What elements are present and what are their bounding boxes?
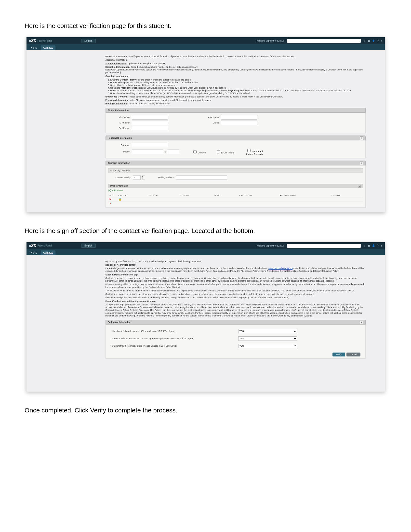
household-note: Note: Click Update All Linked Records to… [106,68,363,74]
cell-field[interactable] [132,126,168,130]
handbook-link[interactable]: www.carbondalearea.org [268,267,293,270]
media-p4: Student and parents are advised that stu… [106,293,366,296]
internet-title: Parent/Student Internet Use Agreement Co… [106,300,366,303]
primary-guardian-header: ▾Primary Guardian [108,168,363,173]
caption-3: Once completed. Click Verify to complete… [25,407,386,414]
collapse-icon[interactable]: ▴ [360,136,363,140]
user-icon[interactable]: 👤 [372,40,375,42]
logo: eSD [29,39,37,43]
portal-top-bar: eSD Parent Portal English Tuesday, Septe… [27,242,385,249]
contact-priority-field[interactable] [133,175,141,180]
cancel-button[interactable]: Cancel [346,353,360,356]
cell-label: Cell Phone: [108,127,130,129]
student-info-line: Student Information: Update student cell… [106,62,366,65]
last-name-field[interactable] [221,115,257,120]
menu-bar: Home Contacts [27,44,385,50]
media-p1: Students participate in classroom and sc… [106,277,366,283]
handbook-title: Handbook Acknowledgement [106,264,366,266]
student-info-underlined: Student Information [106,62,127,65]
date-label: Tuesday, September 1, 2020 | [256,40,286,42]
menu-bar: Home Contacts [27,249,385,255]
contact-priority-label: Contact Priority: [109,176,131,179]
grade-label: Grade: [198,122,220,124]
help-icon[interactable]: ? [377,40,379,42]
collapse-icon[interactable]: ▴ [360,321,363,324]
delete-icon[interactable]: ✕ [109,198,111,201]
search-input[interactable] [287,39,361,43]
date-label: Tuesday, September 1, 2020 | [256,245,286,247]
last-name-label: Last Name: [198,116,220,119]
household-phone-field[interactable] [132,150,163,154]
agree-handbook-select[interactable]: YES [238,329,297,333]
media-title: Student Media Permission Slip [106,273,366,276]
logo: eSD [29,244,37,248]
panel-household-body: Surname: Phone: x Unlisted Is Cell Phone… [106,140,366,158]
screenshot-contact-verification: eSD Parent Portal English Tuesday, Septe… [26,37,385,212]
guardian-info-underlined: Guardian Information [106,75,128,77]
panel-guardian-body: ▾Primary Guardian Contact Priority: ▲▼ M… [106,165,366,208]
portal-body-2: By choosing YES from the drop down box y… [27,255,385,392]
logout-icon[interactable]: ⎋ [381,40,382,42]
delete-icon[interactable]: ✕ [109,202,111,205]
screenshot-signoff: eSD Parent Portal English Tuesday, Septe… [26,242,385,392]
id-field[interactable] [132,121,168,125]
first-name-label: First Name: [108,116,130,119]
panel-guardian-header: Guardian Information ▴ [106,161,366,165]
surname-field[interactable] [132,143,168,147]
grade-field[interactable] [221,121,257,125]
mailing-label: Mailing Address: [152,176,174,179]
mailing-field[interactable] [176,175,227,180]
logo-main: SD [31,39,36,43]
verify-button[interactable]: Verify [332,353,345,356]
internet-text: As a parent or legal guardian of this st… [106,303,366,317]
logout-icon[interactable]: ⎋ [381,244,382,247]
iscell-checkbox[interactable] [217,150,220,153]
panel-additional-body: * Handbook Acknowledgement (Please Choos… [106,325,366,359]
home-icon[interactable]: ⌂ [364,244,366,247]
physician-label: Physician Information [106,99,129,101]
agree-internet-label: * Parent/Student Internet Use Contract A… [111,337,238,340]
additional-info-label: Additional Information: [106,59,366,61]
employer-label: Employer Information [106,102,128,105]
grid-icon[interactable]: ▦ [368,244,370,247]
media-p2: Distance learning video recordings may b… [106,283,366,289]
surname-label: Surname: [108,144,130,146]
agree-handbook-label: * Handbook Acknowledgement (Please Choos… [111,330,238,332]
grid-icon[interactable]: ▦ [368,40,370,42]
caption-2: Here is the sign off section of the cont… [25,227,386,235]
logo-subtitle: Parent Portal [38,244,52,247]
agree-media-select[interactable]: YES [238,344,297,348]
updateall-checkbox[interactable] [247,149,251,152]
language-selector[interactable]: English [81,244,96,248]
handbook-text: I acknowledge that I am aware that the 2… [106,267,366,273]
help-icon[interactable]: ? [377,244,379,247]
portal-top-bar: eSD Parent Portal English Tuesday, Septe… [27,37,385,44]
language-selector[interactable]: English [81,39,96,43]
agree-internet-select[interactable]: YES [238,336,297,341]
portal-body-1: Please take a moment to verify your stud… [27,50,385,212]
agree-intro: By choosing YES from the drop down box y… [106,260,366,263]
plus-icon: + [108,189,111,192]
menu-home[interactable]: Home [28,45,40,50]
panel-additional-header: Additional Information ▴ [106,320,366,325]
household-info-underlined: Household Information [106,66,130,68]
agree-media-label: * Student Media Permission Slip (Please … [111,345,238,347]
household-info-line: Household Information: Enter the househo… [106,66,366,74]
phone-label: Phone: [108,150,130,153]
caption-1: Here is the contact verification page fo… [25,22,386,30]
user-icon[interactable]: 👤 [372,244,375,247]
search-input[interactable] [287,244,361,248]
menu-contacts[interactable]: Contacts [41,250,55,255]
menu-home[interactable]: Home [28,250,40,255]
guardian-steps: Enter the Contact Prioritysets the order… [110,79,366,95]
first-name-field[interactable] [132,115,168,120]
home-icon[interactable]: ⌂ [364,40,366,42]
collapse-icon[interactable]: ▴ [360,162,363,165]
emergency-label: Emergency Contacts [106,95,128,98]
menu-contacts[interactable]: Contacts [41,45,55,50]
unlisted-checkbox[interactable] [193,150,197,153]
household-ext-field[interactable] [167,150,179,154]
id-label: ID Number: [108,122,130,124]
panel-student-header: Student Information [106,108,366,113]
add-phone-link[interactable]: + Add Phone [108,189,123,192]
